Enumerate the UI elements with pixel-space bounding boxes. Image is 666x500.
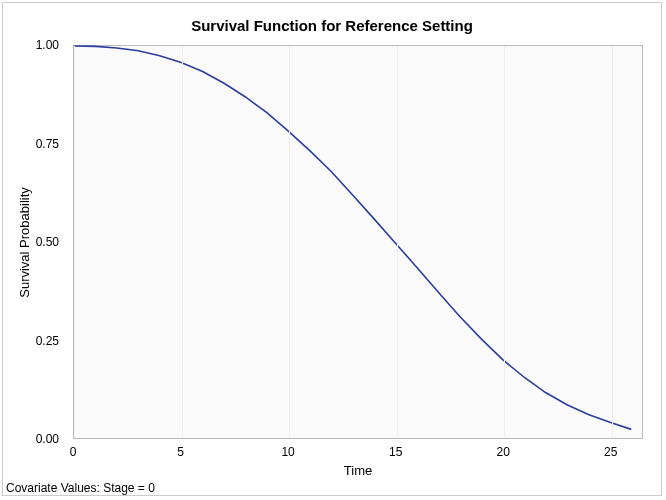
x-tick-label: 15 — [389, 445, 402, 459]
chart-title: Survival Function for Reference Setting — [3, 17, 661, 34]
y-tick-label: 1.00 — [19, 38, 59, 52]
y-tick-label: 0.00 — [19, 432, 59, 446]
gridline — [74, 46, 75, 438]
y-tick-label: 0.25 — [19, 334, 59, 348]
x-tick-label: 5 — [177, 445, 184, 459]
x-tick-label: 20 — [497, 445, 510, 459]
chart-footnote: Covariate Values: Stage = 0 — [6, 481, 155, 495]
plot-area — [73, 45, 643, 439]
survival-curve — [74, 46, 642, 438]
gridline — [289, 46, 290, 438]
x-axis-label: Time — [73, 463, 643, 478]
x-tick-label: 0 — [70, 445, 77, 459]
y-tick-label: 0.50 — [19, 235, 59, 249]
gridline — [182, 46, 183, 438]
gridline — [504, 46, 505, 438]
y-tick-label: 0.75 — [19, 137, 59, 151]
gridline — [397, 46, 398, 438]
gridline — [612, 46, 613, 438]
x-tick-label: 25 — [604, 445, 617, 459]
chart-frame: Survival Function for Reference Setting … — [2, 2, 662, 496]
x-tick-label: 10 — [281, 445, 294, 459]
